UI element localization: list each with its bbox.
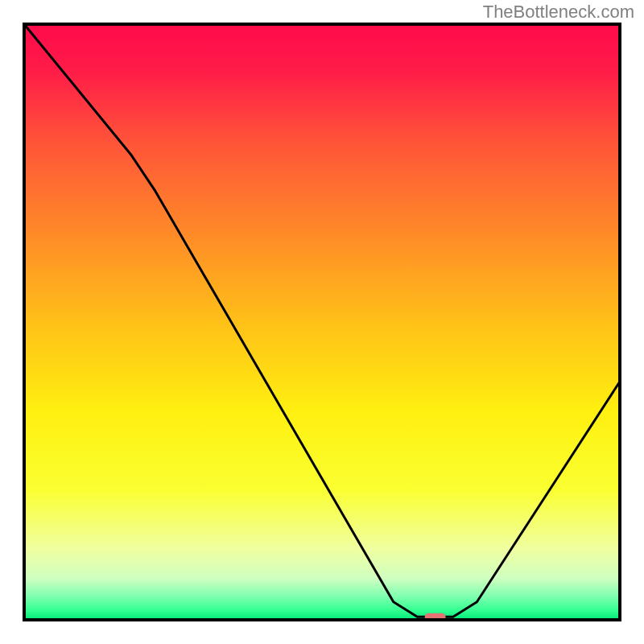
plot-background [24,24,620,620]
chart-svg [0,0,644,644]
watermark-text: TheBottleneck.com [483,2,634,23]
chart-container: TheBottleneck.com [0,0,644,644]
